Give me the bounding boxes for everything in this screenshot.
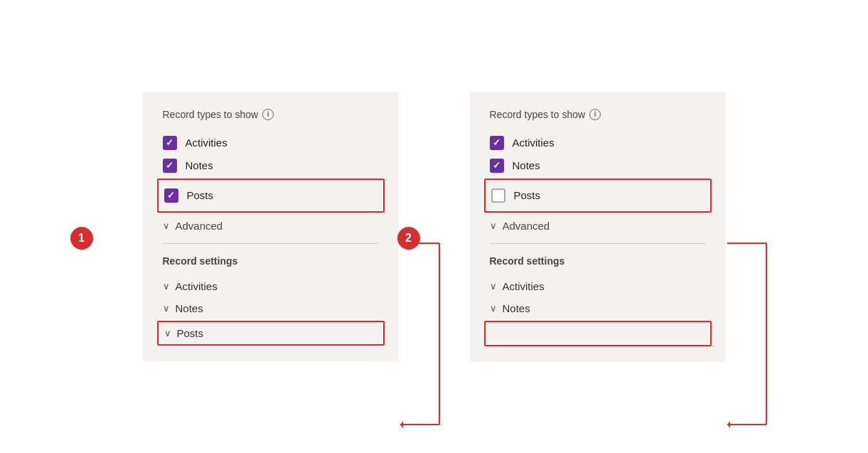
collapse-notes-1[interactable]: ∨ Notes xyxy=(163,297,379,319)
activities-checkmark-1: ✓ xyxy=(166,138,173,147)
divider-2 xyxy=(490,243,706,244)
collapse-notes-2[interactable]: ∨ Notes xyxy=(490,297,706,319)
activities-checkbox-1[interactable]: ✓ Activities xyxy=(163,132,379,154)
record-types-label-2: Record types to show i xyxy=(490,109,706,120)
collapse-notes-chevron-2: ∨ xyxy=(490,303,497,314)
panel-1-wrapper: 1 Record types to show i ✓ Activities xyxy=(143,92,399,361)
collapse-activities-chevron-2: ∨ xyxy=(490,281,497,292)
panel-1: Record types to show i ✓ Activities ✓ No… xyxy=(143,92,399,361)
posts-check-box-2[interactable] xyxy=(491,188,505,203)
posts-check-box-1[interactable]: ✓ xyxy=(164,188,178,203)
notes-check-box-1[interactable]: ✓ xyxy=(163,159,177,173)
notes-checkmark-1: ✓ xyxy=(166,161,173,170)
advanced-row-1[interactable]: ∨ Advanced xyxy=(163,214,379,238)
record-settings-label-2: Record settings xyxy=(490,255,706,267)
divider-1 xyxy=(163,243,379,244)
collapse-activities-chevron-1: ∨ xyxy=(163,281,170,292)
posts-checkbox-1[interactable]: ✓ Posts xyxy=(164,184,377,207)
badge-1: 1 xyxy=(70,227,93,250)
activities-check-box-1[interactable]: ✓ xyxy=(163,136,177,150)
info-icon-1[interactable]: i xyxy=(262,109,274,120)
badge-2: 2 xyxy=(397,227,420,250)
notes-checkbox-2[interactable]: ✓ Notes xyxy=(490,154,706,177)
connector-arrow-2 xyxy=(727,222,770,442)
collapse-posts-1[interactable]: ∨ Posts xyxy=(164,327,377,339)
svg-marker-3 xyxy=(400,421,403,428)
notes-checkmark-2: ✓ xyxy=(493,161,500,170)
info-icon-2[interactable]: i xyxy=(589,109,601,120)
posts-checkbox-row-highlighted-2: Posts xyxy=(484,178,712,213)
posts-checkbox-row-highlighted-1: ✓ Posts xyxy=(157,178,385,213)
record-types-label-1: Record types to show i xyxy=(163,109,379,120)
panel-2-wrapper: 2 Record types to show i ✓ Activities xyxy=(470,92,726,362)
advanced-chevron-2: ∨ xyxy=(490,220,497,231)
panel-2: Record types to show i ✓ Activities ✓ No… xyxy=(470,92,726,362)
notes-check-box-2[interactable]: ✓ xyxy=(490,159,504,173)
posts-checkbox-2[interactable]: Posts xyxy=(491,184,704,207)
page-container: 1 Record types to show i ✓ Activities xyxy=(0,78,868,376)
posts-checkmark-1: ✓ xyxy=(167,191,175,200)
svg-marker-7 xyxy=(727,421,730,428)
activities-check-box-2[interactable]: ✓ xyxy=(490,136,504,150)
collapse-posts-highlighted-1: ∨ Posts xyxy=(157,321,385,346)
collapse-activities-1[interactable]: ∨ Activities xyxy=(163,275,379,297)
connector-arrow-1 xyxy=(400,222,443,442)
advanced-row-2[interactable]: ∨ Advanced xyxy=(490,214,706,238)
notes-checkbox-1[interactable]: ✓ Notes xyxy=(163,154,379,177)
record-settings-label-1: Record settings xyxy=(163,255,379,267)
advanced-chevron-1: ∨ xyxy=(163,220,170,231)
activities-checkmark-2: ✓ xyxy=(493,138,500,147)
activities-checkbox-2[interactable]: ✓ Activities xyxy=(490,132,706,154)
collapse-posts-highlighted-2 xyxy=(484,321,712,346)
collapse-posts-chevron-1: ∨ xyxy=(164,328,171,339)
collapse-notes-chevron-1: ∨ xyxy=(163,303,170,314)
collapse-activities-2[interactable]: ∨ Activities xyxy=(490,275,706,297)
